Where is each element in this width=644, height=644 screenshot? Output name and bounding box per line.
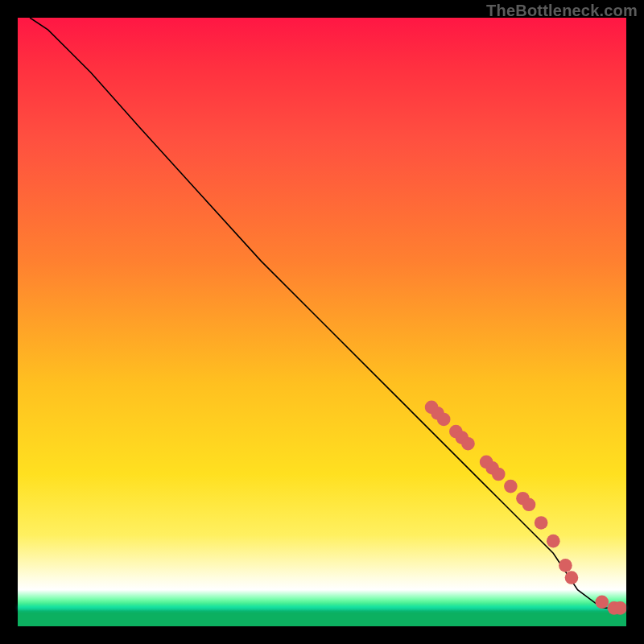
data-point (559, 559, 572, 572)
data-point (504, 480, 518, 493)
chart-container: TheBottleneck.com (0, 0, 644, 644)
data-point (565, 571, 579, 584)
plot-area (18, 18, 626, 626)
watermark: TheBottleneck.com (486, 2, 638, 20)
data-point (461, 437, 475, 451)
chart-svg (18, 18, 626, 626)
data-point (492, 468, 506, 481)
data-point (522, 497, 536, 511)
data-point (613, 601, 626, 615)
data-point (547, 535, 560, 548)
data-point (535, 516, 548, 530)
data-point (595, 595, 609, 609)
measured-points-group (425, 401, 626, 615)
data-point (437, 413, 451, 427)
